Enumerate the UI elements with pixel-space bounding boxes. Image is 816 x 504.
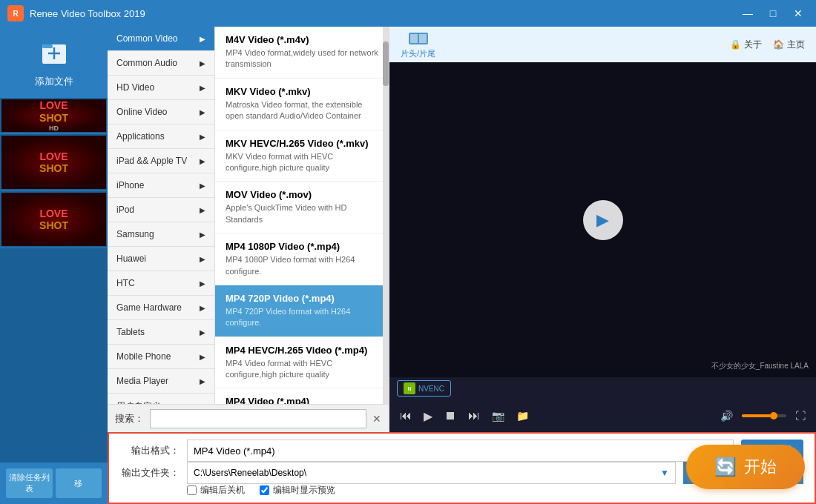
- move-button[interactable]: 移: [56, 468, 102, 498]
- format-item-mp4-1080p[interactable]: MP4 1080P Video (*.mp4) MP4 1080P Video …: [215, 233, 389, 285]
- file-list: LOVE SHOT HD LOVE SHOT LOVE: [0, 98, 108, 462]
- feature-headertail-label: 片头/片尾: [401, 48, 435, 59]
- shutdown-label: 编辑后关机: [200, 484, 245, 497]
- header-right-actions: 🔒 关于 🏠 主页: [730, 39, 805, 51]
- format-item-mp4-hevc[interactable]: MP4 HEVC/H.265 Video (*.mp4) MP4 Video f…: [215, 337, 389, 389]
- category-tablets[interactable]: Tablets ▶: [108, 320, 214, 345]
- stop-button[interactable]: ⏹: [441, 409, 459, 422]
- category-htc[interactable]: HTC ▶: [108, 271, 214, 296]
- chevron-right-icon: ▶: [200, 35, 205, 43]
- start-button[interactable]: 🔄 开始: [686, 445, 805, 489]
- search-bar: 搜索： ✕: [108, 404, 389, 432]
- play-pause-button[interactable]: ▶: [421, 409, 435, 423]
- category-game-hardware[interactable]: Game Hardware ▶: [108, 296, 214, 320]
- format-list-scroll[interactable]: M4V Video (*.m4v) MP4 Video format,widel…: [215, 27, 389, 404]
- category-samsung[interactable]: Samsung ▶: [108, 222, 214, 247]
- player-area: 片头/片尾 🔒 关于 🏠 主页 ▶: [389, 27, 816, 432]
- player-video: ▶ 不少女的少女_Faustine LALA: [389, 62, 816, 377]
- sidebar-actions: 清除任务列表 移: [0, 462, 108, 504]
- refresh-icon: 🔄: [714, 457, 737, 477]
- volume-icon: 🔊: [717, 410, 736, 422]
- search-clear-icon[interactable]: ✕: [372, 413, 381, 425]
- volume-fill: [742, 414, 771, 417]
- title-bar: R Renee Video Toolbox 2019 — □ ✕: [0, 0, 816, 27]
- format-item-mp4-720p[interactable]: MP4 720P Video (*.mp4) MP4 720P Video fo…: [215, 285, 389, 337]
- scrollbar-thumb[interactable]: [383, 42, 389, 86]
- middle-area: Common Video ▶ Common Audio ▶ HD Video ▶…: [108, 27, 816, 432]
- window-controls: — □ ✕: [737, 4, 809, 22]
- chevron-right-icon: ▶: [200, 108, 205, 116]
- fullscreen-button[interactable]: ⛶: [792, 410, 809, 422]
- category-mobile-phone[interactable]: Mobile Phone ▶: [108, 345, 214, 369]
- close-button[interactable]: ✕: [788, 4, 809, 22]
- search-input[interactable]: [150, 409, 366, 428]
- home-icon: 🏠: [773, 39, 784, 50]
- chevron-right-icon: ▶: [200, 255, 205, 263]
- skip-forward-button[interactable]: ⏭: [465, 409, 483, 422]
- category-media-player[interactable]: Media Player ▶: [108, 369, 214, 394]
- chevron-right-icon: ▶: [200, 133, 205, 141]
- list-item[interactable]: LOVE SHOT: [0, 191, 108, 248]
- play-button[interactable]: ▶: [583, 200, 623, 240]
- format-item-mov[interactable]: MOV Video (*.mov) Apple's QuickTime Vide…: [215, 182, 389, 233]
- chevron-right-icon: ▶: [200, 328, 205, 336]
- lock-icon: 🔒: [730, 39, 741, 50]
- nvenc-badge: N NVENC: [397, 380, 451, 397]
- svg-rect-5: [410, 34, 418, 43]
- format-item-mkv[interactable]: MKV Video (*.mkv) Matroska Video format,…: [215, 79, 389, 130]
- folder-path-input[interactable]: C:\Users\Reneelab\Desktop\ ▼: [187, 462, 676, 484]
- screenshot-button[interactable]: 📷: [489, 410, 507, 422]
- minimize-button[interactable]: —: [737, 4, 758, 22]
- volume-slider[interactable]: [742, 414, 786, 417]
- folder-dropdown-arrow-icon: ▼: [660, 468, 669, 478]
- format-item-mp4[interactable]: MP4 Video (*.mp4) MP4 Video format with …: [215, 388, 389, 404]
- app-logo: R: [7, 5, 24, 21]
- format-list: M4V Video (*.m4v) MP4 Video format,widel…: [215, 27, 389, 432]
- format-label: 输出格式：: [120, 444, 180, 457]
- folder-path-text: C:\Users\Reneelab\Desktop\: [194, 468, 306, 478]
- player-header: 片头/片尾 🔒 关于 🏠 主页: [389, 27, 816, 62]
- category-hd-video[interactable]: HD Video ▶: [108, 76, 214, 100]
- nvenc-label: NVENC: [418, 385, 444, 393]
- content-area: Common Video ▶ Common Audio ▶ HD Video ▶…: [108, 27, 816, 504]
- folder-button[interactable]: 📁: [513, 410, 532, 422]
- add-file-button[interactable]: 添加文件: [0, 34, 108, 94]
- svg-rect-6: [419, 34, 427, 43]
- category-iphone[interactable]: iPhone ▶: [108, 173, 214, 198]
- format-item-m4v[interactable]: M4V Video (*.m4v) MP4 Video format,widel…: [215, 27, 389, 79]
- list-item[interactable]: LOVE SHOT HD: [0, 98, 108, 134]
- feature-headertail-button[interactable]: 片头/片尾: [401, 30, 435, 59]
- skip-back-button[interactable]: ⏮: [397, 409, 415, 422]
- category-ipod[interactable]: iPod ▶: [108, 198, 214, 222]
- home-button[interactable]: 🏠 主页: [773, 39, 805, 51]
- list-item[interactable]: LOVE SHOT: [0, 134, 108, 191]
- preview-label: 编辑时显示预览: [273, 484, 335, 497]
- chevron-right-icon: ▶: [200, 377, 205, 385]
- category-ipad-apple-tv[interactable]: iPad && Apple TV ▶: [108, 149, 214, 173]
- format-item-mkv-hevc[interactable]: MKV HEVC/H.265 Video (*.mkv) MKV Video f…: [215, 130, 389, 182]
- about-button[interactable]: 🔒 关于: [730, 39, 762, 51]
- search-label: 搜索：: [115, 412, 144, 425]
- svg-rect-1: [42, 44, 53, 48]
- category-applications[interactable]: Applications ▶: [108, 125, 214, 149]
- start-label: 开始: [744, 456, 777, 478]
- chevron-right-icon: ▶: [200, 84, 205, 92]
- clear-list-button[interactable]: 清除任务列表: [6, 468, 53, 498]
- format-select-dropdown[interactable]: MP4 Video (*.mp4) ▼: [187, 440, 734, 462]
- volume-thumb[interactable]: [770, 412, 777, 420]
- shutdown-checkbox-item: 编辑后关机: [187, 484, 245, 497]
- shutdown-checkbox[interactable]: [187, 485, 197, 495]
- category-huawei[interactable]: Huawei ▶: [108, 247, 214, 271]
- folder-label: 输出文件夹：: [120, 466, 180, 480]
- chevron-right-icon: ▶: [200, 157, 205, 165]
- category-common-audio[interactable]: Common Audio ▶: [108, 51, 214, 76]
- chevron-right-icon: ▶: [200, 59, 205, 67]
- category-common-video[interactable]: Common Video ▶: [108, 27, 214, 51]
- chevron-right-icon: ▶: [200, 182, 205, 190]
- maximize-button[interactable]: □: [763, 4, 783, 22]
- selected-format-text: MP4 Video (*.mp4): [194, 445, 275, 457]
- preview-checkbox[interactable]: [260, 485, 269, 495]
- category-online-video[interactable]: Online Video ▶: [108, 100, 214, 125]
- scrollbar-track[interactable]: [383, 27, 389, 404]
- format-area: Common Video ▶ Common Audio ▶ HD Video ▶…: [108, 27, 389, 432]
